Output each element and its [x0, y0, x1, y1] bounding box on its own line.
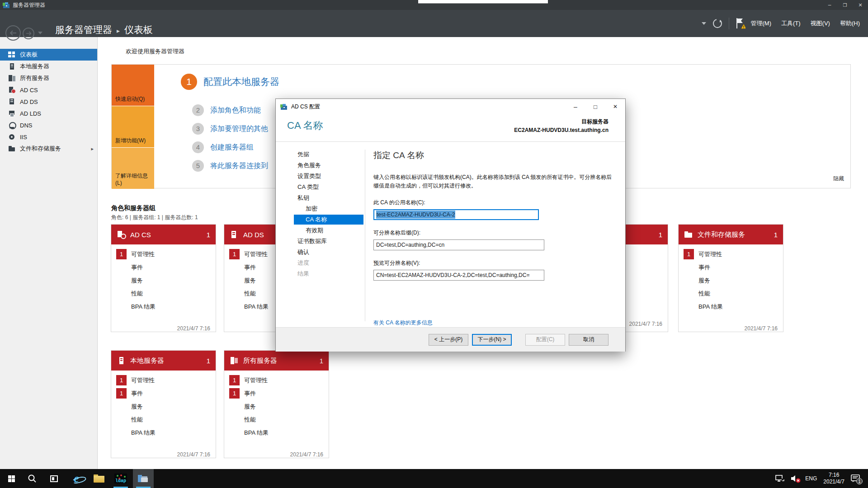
chevron-down-icon[interactable]: [702, 22, 706, 25]
taskbar-app-server-manager[interactable]: [133, 469, 154, 488]
card-row[interactable]: 1可管理性: [679, 249, 783, 259]
card-row[interactable]: 事件: [679, 262, 783, 272]
chevron-right-icon: ▸: [91, 146, 94, 152]
card-row[interactable]: 性能: [224, 414, 329, 425]
files-card-icon: [684, 230, 693, 239]
cancel-button[interactable]: 取消: [569, 334, 609, 346]
card-row[interactable]: 服务: [679, 275, 783, 286]
refresh-icon[interactable]: [712, 19, 722, 28]
window-minimize-button[interactable]: [822, 0, 837, 10]
action-center-icon[interactable]: 1: [851, 474, 860, 483]
next-button[interactable]: 下一步(N) >: [472, 334, 512, 346]
wizard-step-certificate-database[interactable]: 证书数据库: [294, 236, 363, 246]
sidebar-item-ad-lds[interactable]: AD LDS: [0, 108, 97, 119]
card-header[interactable]: 本地服务器1: [111, 351, 216, 371]
card-row[interactable]: 性能: [111, 288, 216, 299]
alert-count-badge: [684, 262, 694, 272]
card-row[interactable]: 服务: [111, 275, 216, 286]
card-title: 文件和存储服务: [698, 230, 769, 239]
card-header[interactable]: AD CS1: [111, 225, 216, 244]
card-header[interactable]: 所有服务器1: [224, 351, 329, 371]
more-info-link[interactable]: 有关 CA 名称的更多信息: [373, 319, 433, 327]
wizard-step-setup-type[interactable]: 设置类型: [294, 171, 363, 181]
network-icon[interactable]: [775, 475, 784, 482]
card-row[interactable]: 1可管理性: [111, 249, 216, 259]
wizard-step-credentials[interactable]: 凭据: [294, 150, 363, 160]
sidebar-item-ad-ds[interactable]: AD DS: [0, 96, 97, 108]
wizard-step-confirmation[interactable]: 确认: [294, 247, 363, 257]
quickstart-step-1[interactable]: 1配置此本地服务器: [181, 74, 279, 90]
dialog-maximize-button[interactable]: [585, 99, 605, 114]
volume-muted-icon[interactable]: [791, 475, 799, 482]
wizard-steps: 凭据角色服务设置类型CA 类型私钥加密CA 名称有效期证书数据库确认进度结果: [294, 150, 363, 280]
card-row[interactable]: BPA 结果: [679, 301, 783, 312]
common-name-input[interactable]: test-EC2AMAZ-HUDVD3U-CA-2: [373, 209, 539, 220]
quickstart-step-2[interactable]: 2添加角色和功能: [192, 104, 261, 116]
sidebar-item-dashboard[interactable]: 仪表板: [0, 49, 97, 61]
taskbar-app-start[interactable]: [1, 469, 22, 488]
card-row[interactable]: 服务: [111, 401, 216, 412]
breadcrumb-root[interactable]: 服务器管理器: [55, 23, 112, 36]
wizard-step-ca-name[interactable]: CA 名称: [294, 215, 363, 225]
nav-divider: [729, 18, 729, 29]
card-row[interactable]: 性能: [679, 288, 783, 299]
card-row[interactable]: BPA 结果: [111, 301, 216, 312]
history-dropdown-icon[interactable]: [38, 32, 42, 34]
previous-button[interactable]: < 上一步(P): [429, 334, 468, 346]
wizard-step-ca-type[interactable]: CA 类型: [294, 182, 363, 192]
menu-tools[interactable]: 工具(T): [781, 19, 801, 28]
wizard-step-role-services[interactable]: 角色服务: [294, 160, 363, 170]
sidebar-item-dns[interactable]: DNS: [0, 119, 97, 131]
menu-help[interactable]: 帮助(H): [840, 19, 860, 28]
menu-manage[interactable]: 管理(M): [751, 19, 772, 28]
card-refresh-time: 2021/4/7 7:16: [177, 325, 210, 332]
breadcrumb-current[interactable]: 仪表板: [124, 23, 153, 36]
whats-new-tab[interactable]: 新增功能(W): [112, 106, 154, 147]
taskbar-app-file-explorer[interactable]: [89, 469, 109, 488]
card-header[interactable]: 文件和存储服务1: [679, 225, 783, 244]
card-row[interactable]: 1可管理性: [111, 375, 216, 385]
sidebar-item-all-servers[interactable]: 所有服务器: [0, 72, 97, 84]
quick-start-tab[interactable]: 快速启动(Q): [112, 65, 154, 106]
sidebar-item-file-storage[interactable]: 文件和存储服务▸: [0, 143, 97, 155]
step-label: 创建服务器组: [210, 143, 254, 152]
step-label: 添加角色和功能: [210, 106, 261, 115]
taskbar-app-internet-explorer[interactable]: e: [66, 469, 87, 488]
card-row[interactable]: 事件: [111, 262, 216, 272]
clock[interactable]: 7:16 2021/4/7: [823, 472, 844, 485]
card-row[interactable]: 1可管理性: [224, 375, 329, 385]
card-row[interactable]: 性能: [111, 414, 216, 425]
notifications-flag-icon[interactable]: [736, 18, 745, 29]
dialog-minimize-button[interactable]: [566, 99, 585, 114]
card-row[interactable]: BPA 结果: [224, 427, 329, 438]
quickstart-step-3[interactable]: 3添加要管理的其他: [192, 123, 268, 135]
sidebar-item-ad-cs[interactable]: AD CS: [0, 84, 97, 96]
menu-view[interactable]: 视图(V): [811, 19, 830, 28]
wizard-step-cryptography[interactable]: 加密: [294, 204, 363, 214]
quickstart-step-4[interactable]: 4创建服务器组: [192, 141, 254, 153]
wizard-step-private-key[interactable]: 私钥: [294, 193, 363, 203]
dn-preview-input[interactable]: CN=test-EC2AMAZ-HUDVD3U-CA-2,DC=test,DC=…: [373, 270, 544, 281]
dialog-close-button[interactable]: [605, 99, 625, 114]
learn-more-tab[interactable]: 了解详细信息(L): [112, 148, 154, 189]
sidebar-item-local-server[interactable]: 本地服务器: [0, 61, 97, 72]
hide-link[interactable]: 隐藏: [833, 175, 844, 183]
taskbar-app-task-view[interactable]: [43, 469, 64, 488]
all-card-icon: [230, 356, 239, 365]
taskbar-app-search[interactable]: [22, 469, 42, 488]
language-indicator[interactable]: ENG: [805, 475, 817, 482]
server-manager-taskbar-icon: [138, 474, 149, 483]
card-row[interactable]: 1事件: [111, 388, 216, 399]
window-maximize-button[interactable]: [837, 0, 853, 10]
card-row[interactable]: 服务: [224, 401, 329, 412]
dn-suffix-input[interactable]: DC=test,DC=authing,DC=cn: [373, 239, 544, 250]
forward-button[interactable]: [23, 28, 34, 39]
quickstart-step-5[interactable]: 5将此服务器连接到: [192, 160, 268, 172]
sidebar-item-iis[interactable]: IIS: [0, 131, 97, 143]
card-row[interactable]: BPA 结果: [111, 427, 216, 438]
back-button[interactable]: [5, 25, 21, 41]
card-row[interactable]: 1事件: [224, 388, 329, 399]
taskbar-app-ldap-tool[interactable]: [110, 469, 131, 488]
window-close-button[interactable]: [853, 0, 868, 10]
wizard-step-validity-period[interactable]: 有效期: [294, 225, 363, 235]
